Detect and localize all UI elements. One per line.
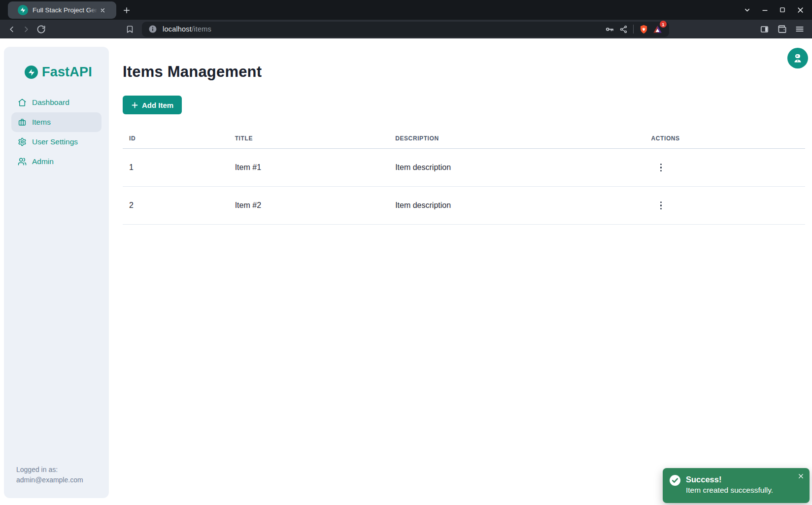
toast-close-icon[interactable] [796, 471, 805, 480]
sidebar-nav: Dashboard Items User Settings [11, 93, 102, 171]
column-header-id: ID [123, 130, 229, 149]
app-logo-text: FastAPI [42, 65, 92, 80]
logged-in-info: Logged in as: admin@example.com [16, 465, 83, 485]
column-header-description: DESCRIPTION [389, 130, 644, 149]
sidebar-item-label: Items [32, 118, 51, 127]
tab-title: Full Stack Project Genera [33, 6, 97, 14]
site-info-icon[interactable] [148, 24, 158, 34]
tab-search-icon[interactable] [741, 4, 753, 16]
wallet-icon[interactable] [775, 22, 789, 36]
cell-title: Item #2 [229, 187, 389, 225]
app-logo: FastAPI [25, 65, 109, 80]
gear-icon [18, 137, 27, 146]
logged-in-label: Logged in as: [16, 465, 83, 475]
brave-shield-icon[interactable] [637, 23, 650, 35]
rewards-badge: 1 [660, 21, 667, 28]
reload-icon[interactable] [34, 22, 48, 36]
toolbar-divider [633, 25, 634, 34]
sidebar-item-label: Dashboard [32, 98, 69, 107]
minimize-button[interactable] [759, 4, 771, 16]
toast-title: Success! [686, 474, 773, 484]
url-path: /items [192, 25, 211, 33]
window-controls [741, 0, 806, 20]
sidebar: FastAPI Dashboard Items [4, 47, 109, 498]
row-actions-menu-button[interactable] [654, 198, 669, 213]
cell-id: 1 [123, 149, 229, 187]
fastapi-logo-icon [25, 66, 38, 79]
add-item-button[interactable]: Add Item [123, 96, 182, 114]
column-header-title: TITLE [229, 130, 389, 149]
tab-title-fade [88, 3, 101, 18]
success-toast: Success! Item created successfully. [663, 468, 810, 503]
plus-icon [131, 101, 138, 109]
briefcase-icon [18, 118, 27, 127]
url-host: localhost [163, 25, 192, 33]
cell-id: 2 [123, 187, 229, 225]
share-icon[interactable] [616, 23, 630, 35]
items-table: ID TITLE DESCRIPTION ACTIONS 1 Item #1 I… [123, 130, 805, 225]
back-icon[interactable] [4, 22, 19, 36]
fastapi-favicon-icon [18, 5, 28, 15]
cell-description: Item description [389, 149, 644, 187]
toast-message: Item created successfully. [686, 484, 773, 496]
brave-rewards-icon[interactable]: 1 [650, 23, 664, 35]
cell-title: Item #1 [229, 149, 389, 187]
table-row: 1 Item #1 Item description [123, 149, 805, 187]
cell-description: Item description [389, 187, 644, 225]
sidebar-item-user-settings[interactable]: User Settings [11, 132, 102, 152]
toast-body: Success! Item created successfully. [686, 474, 773, 503]
address-bar[interactable]: localhost /items 1 [142, 22, 669, 37]
row-actions-menu-button[interactable] [654, 160, 669, 175]
side-panel-icon[interactable] [757, 22, 772, 36]
sidebar-item-label: User Settings [32, 137, 78, 146]
sidebar-item-admin[interactable]: Admin [11, 152, 102, 171]
check-circle-icon [669, 474, 681, 486]
maximize-button[interactable] [777, 4, 788, 16]
browser-window: Full Stack Project Genera [0, 0, 812, 505]
toolbar-right-group [757, 22, 807, 36]
menu-icon[interactable] [792, 22, 807, 36]
new-tab-button[interactable] [120, 4, 133, 17]
sidebar-item-dashboard[interactable]: Dashboard [11, 93, 102, 112]
bookmark-icon[interactable] [122, 22, 137, 36]
close-window-button[interactable] [794, 4, 806, 16]
logged-in-email: admin@example.com [16, 475, 83, 485]
page-content: FastAPI Dashboard Items [0, 38, 812, 505]
page-title: Items Management [123, 63, 805, 81]
table-row: 2 Item #2 Item description [123, 187, 805, 225]
password-key-icon[interactable] [603, 23, 616, 35]
sidebar-item-label: Admin [32, 157, 54, 166]
main-panel: Items Management Add Item ID TITLE DESCR… [109, 38, 812, 505]
forward-icon[interactable] [19, 22, 34, 36]
table-header-row: ID TITLE DESCRIPTION ACTIONS [123, 130, 805, 149]
users-icon [18, 157, 27, 166]
sidebar-item-items[interactable]: Items [11, 112, 102, 132]
column-header-actions: ACTIONS [645, 130, 805, 149]
browser-toolbar: localhost /items 1 [0, 20, 812, 38]
add-item-label: Add Item [142, 101, 173, 109]
home-icon [18, 98, 27, 107]
browser-tab[interactable]: Full Stack Project Genera [8, 1, 116, 19]
tab-strip: Full Stack Project Genera [0, 0, 812, 20]
